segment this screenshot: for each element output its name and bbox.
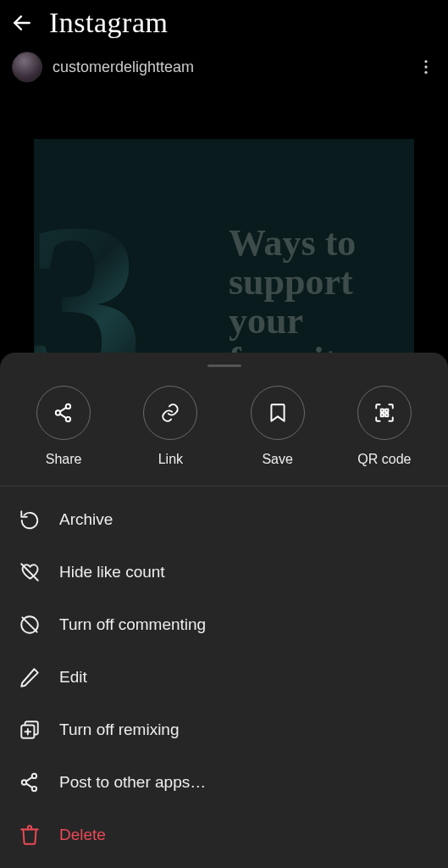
svg-rect-10 bbox=[385, 409, 388, 412]
post-to-other-apps-item[interactable]: Post to other apps… bbox=[0, 756, 448, 809]
qrcode-icon bbox=[357, 386, 412, 440]
save-icon bbox=[251, 386, 305, 440]
more-icon[interactable] bbox=[416, 57, 436, 77]
menu-list: Archive Hide like count Turn off comment… bbox=[0, 487, 448, 868]
post-to-other-apps-icon bbox=[19, 771, 41, 793]
qrcode-label: QR code bbox=[357, 452, 411, 467]
turn-off-remixing-icon bbox=[19, 719, 41, 741]
back-icon[interactable] bbox=[10, 11, 34, 35]
user-bar: customerdelightteam bbox=[0, 46, 448, 88]
svg-point-3 bbox=[424, 71, 427, 74]
save-label: Save bbox=[262, 452, 292, 467]
turn-off-remixing-item[interactable]: Turn off remixing bbox=[0, 704, 448, 756]
svg-line-15 bbox=[22, 617, 36, 632]
edit-label: Edit bbox=[59, 668, 87, 687]
turn-off-commenting-item[interactable]: Turn off commenting bbox=[0, 598, 448, 651]
archive-item[interactable]: Archive bbox=[0, 493, 448, 546]
hide-like-count-item[interactable]: Hide like count bbox=[0, 546, 448, 598]
turn-off-commenting-icon bbox=[19, 614, 41, 636]
turn-off-remixing-label: Turn off remixing bbox=[59, 721, 180, 739]
username[interactable]: customerdelightteam bbox=[53, 58, 194, 76]
share-icon bbox=[36, 386, 91, 440]
avatar[interactable] bbox=[12, 52, 42, 82]
hide-like-label: Hide like count bbox=[59, 563, 165, 581]
instagram-logo: Instagram bbox=[49, 7, 168, 39]
app-header: Instagram bbox=[0, 0, 448, 46]
edit-icon bbox=[19, 666, 41, 688]
archive-label: Archive bbox=[59, 510, 113, 529]
qrcode-action[interactable]: QR code bbox=[351, 386, 418, 467]
svg-rect-11 bbox=[381, 414, 384, 416]
svg-line-7 bbox=[60, 408, 66, 412]
share-action[interactable]: Share bbox=[30, 386, 97, 467]
link-action[interactable]: Link bbox=[136, 386, 204, 467]
delete-item[interactable]: Delete bbox=[0, 809, 448, 861]
hide-like-icon bbox=[19, 561, 41, 583]
turn-off-commenting-label: Turn off commenting bbox=[59, 615, 206, 634]
share-label: Share bbox=[46, 452, 82, 467]
svg-line-22 bbox=[26, 777, 32, 782]
svg-rect-12 bbox=[385, 414, 388, 416]
svg-point-2 bbox=[424, 65, 427, 68]
link-label: Link bbox=[158, 452, 183, 467]
svg-line-8 bbox=[60, 414, 66, 418]
link-icon bbox=[143, 386, 197, 440]
sheet-grabber[interactable] bbox=[207, 364, 241, 367]
action-sheet: Share Link Save bbox=[0, 353, 448, 868]
top-actions-row: Share Link Save bbox=[0, 379, 448, 487]
archive-icon bbox=[19, 509, 41, 531]
edit-item[interactable]: Edit bbox=[0, 651, 448, 704]
delete-label: Delete bbox=[59, 826, 106, 844]
post-to-other-apps-label: Post to other apps… bbox=[59, 773, 206, 792]
delete-icon bbox=[19, 824, 41, 846]
svg-rect-9 bbox=[381, 409, 384, 412]
svg-line-23 bbox=[26, 783, 32, 787]
svg-point-1 bbox=[424, 60, 427, 63]
save-action[interactable]: Save bbox=[244, 386, 312, 467]
